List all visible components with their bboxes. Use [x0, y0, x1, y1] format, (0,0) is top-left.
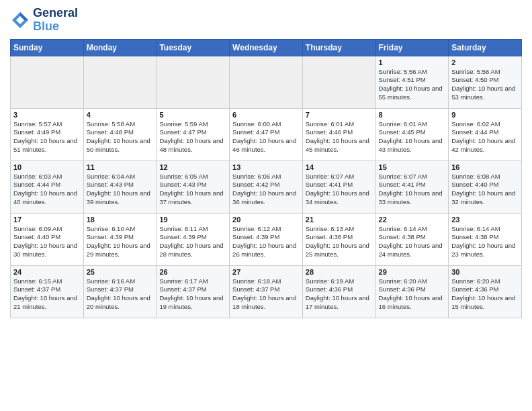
- day-number: 16: [451, 163, 519, 171]
- day-number: 12: [159, 163, 226, 171]
- day-number: 18: [87, 216, 154, 224]
- day-cell: 17Sunrise: 6:09 AM Sunset: 4:40 PM Dayli…: [11, 213, 84, 265]
- day-cell: 5Sunrise: 5:59 AM Sunset: 4:47 PM Daylig…: [157, 108, 230, 161]
- day-cell: 20Sunrise: 6:12 AM Sunset: 4:39 PM Dayli…: [230, 213, 303, 265]
- day-cell: 26Sunrise: 6:17 AM Sunset: 4:37 PM Dayli…: [157, 265, 230, 318]
- day-number: 9: [451, 111, 519, 119]
- day-number: 13: [232, 163, 300, 171]
- day-number: 5: [159, 111, 226, 119]
- week-row-3: 10Sunrise: 6:03 AM Sunset: 4:44 PM Dayli…: [11, 161, 522, 213]
- day-info: Sunrise: 6:20 AM Sunset: 4:36 PM Dayligh…: [379, 277, 446, 312]
- day-cell: 19Sunrise: 6:11 AM Sunset: 4:39 PM Dayli…: [157, 213, 230, 265]
- calendar-table: SundayMondayTuesdayWednesdayThursdayFrid…: [10, 39, 522, 318]
- day-cell: 21Sunrise: 6:13 AM Sunset: 4:38 PM Dayli…: [302, 213, 375, 265]
- day-info: Sunrise: 6:18 AM Sunset: 4:37 PM Dayligh…: [232, 277, 300, 312]
- day-cell: 8Sunrise: 6:01 AM Sunset: 4:45 PM Daylig…: [375, 108, 449, 161]
- day-info: Sunrise: 6:03 AM Sunset: 4:44 PM Dayligh…: [13, 173, 81, 207]
- day-info: Sunrise: 6:15 AM Sunset: 4:37 PM Dayligh…: [13, 277, 81, 312]
- day-info: Sunrise: 6:14 AM Sunset: 4:38 PM Dayligh…: [451, 225, 519, 259]
- day-info: Sunrise: 6:16 AM Sunset: 4:37 PM Dayligh…: [87, 277, 154, 312]
- day-info: Sunrise: 6:12 AM Sunset: 4:39 PM Dayligh…: [232, 225, 300, 259]
- day-number: 26: [159, 268, 226, 276]
- day-number: 10: [13, 163, 81, 171]
- week-row-4: 17Sunrise: 6:09 AM Sunset: 4:40 PM Dayli…: [11, 213, 522, 265]
- day-number: 21: [306, 216, 373, 224]
- day-info: Sunrise: 5:56 AM Sunset: 4:50 PM Dayligh…: [451, 68, 519, 102]
- day-info: Sunrise: 6:06 AM Sunset: 4:42 PM Dayligh…: [232, 173, 300, 207]
- header-cell-saturday: Saturday: [449, 39, 522, 56]
- day-info: Sunrise: 6:17 AM Sunset: 4:37 PM Dayligh…: [159, 277, 226, 312]
- day-cell: 28Sunrise: 6:19 AM Sunset: 4:36 PM Dayli…: [302, 265, 375, 318]
- day-info: Sunrise: 6:19 AM Sunset: 4:36 PM Dayligh…: [306, 277, 373, 312]
- day-info: Sunrise: 6:09 AM Sunset: 4:40 PM Dayligh…: [13, 225, 81, 259]
- header-cell-friday: Friday: [375, 39, 449, 56]
- day-cell: 9Sunrise: 6:02 AM Sunset: 4:44 PM Daylig…: [449, 108, 522, 161]
- day-info: Sunrise: 6:10 AM Sunset: 4:39 PM Dayligh…: [87, 225, 154, 259]
- page: General Blue SundayMondayTuesdayWednesda…: [0, 0, 532, 411]
- day-cell: 27Sunrise: 6:18 AM Sunset: 4:37 PM Dayli…: [230, 265, 303, 318]
- logo-icon: [10, 10, 30, 30]
- day-number: 3: [13, 111, 81, 119]
- header-row: SundayMondayTuesdayWednesdayThursdayFrid…: [11, 39, 522, 56]
- day-cell: 29Sunrise: 6:20 AM Sunset: 4:36 PM Dayli…: [375, 265, 449, 318]
- day-number: 4: [87, 111, 154, 119]
- day-info: Sunrise: 6:01 AM Sunset: 4:45 PM Dayligh…: [379, 120, 446, 154]
- day-cell: 6Sunrise: 6:00 AM Sunset: 4:47 PM Daylig…: [230, 108, 303, 161]
- day-info: Sunrise: 6:07 AM Sunset: 4:41 PM Dayligh…: [306, 173, 373, 207]
- day-cell: 3Sunrise: 5:57 AM Sunset: 4:49 PM Daylig…: [11, 108, 84, 161]
- day-cell: 30Sunrise: 6:20 AM Sunset: 4:36 PM Dayli…: [449, 265, 522, 318]
- day-number: 11: [87, 163, 154, 171]
- header-cell-thursday: Thursday: [302, 39, 375, 56]
- day-cell: 18Sunrise: 6:10 AM Sunset: 4:39 PM Dayli…: [83, 213, 157, 265]
- day-number: 6: [232, 111, 300, 119]
- day-cell: 22Sunrise: 6:14 AM Sunset: 4:38 PM Dayli…: [375, 213, 449, 265]
- day-number: 24: [13, 268, 81, 276]
- day-number: 2: [451, 58, 519, 66]
- day-info: Sunrise: 6:08 AM Sunset: 4:40 PM Dayligh…: [451, 173, 519, 207]
- day-cell: 13Sunrise: 6:06 AM Sunset: 4:42 PM Dayli…: [230, 161, 303, 213]
- day-cell: 25Sunrise: 6:16 AM Sunset: 4:37 PM Dayli…: [83, 265, 157, 318]
- day-cell: [302, 56, 375, 108]
- day-number: 25: [87, 268, 154, 276]
- day-number: 8: [379, 111, 446, 119]
- day-cell: 11Sunrise: 6:04 AM Sunset: 4:43 PM Dayli…: [83, 161, 157, 213]
- day-cell: 15Sunrise: 6:07 AM Sunset: 4:41 PM Dayli…: [375, 161, 449, 213]
- day-info: Sunrise: 6:07 AM Sunset: 4:41 PM Dayligh…: [379, 173, 446, 207]
- day-cell: 1Sunrise: 5:56 AM Sunset: 4:51 PM Daylig…: [375, 56, 449, 108]
- day-cell: 2Sunrise: 5:56 AM Sunset: 4:50 PM Daylig…: [449, 56, 522, 108]
- day-number: 14: [306, 163, 373, 171]
- day-cell: 7Sunrise: 6:01 AM Sunset: 4:46 PM Daylig…: [302, 108, 375, 161]
- day-info: Sunrise: 6:20 AM Sunset: 4:36 PM Dayligh…: [451, 277, 519, 312]
- header-cell-tuesday: Tuesday: [157, 39, 230, 56]
- day-number: 27: [232, 268, 300, 276]
- day-info: Sunrise: 6:01 AM Sunset: 4:46 PM Dayligh…: [306, 120, 373, 154]
- logo: General Blue: [10, 7, 78, 34]
- day-info: Sunrise: 6:04 AM Sunset: 4:43 PM Dayligh…: [87, 173, 154, 207]
- day-cell: 16Sunrise: 6:08 AM Sunset: 4:40 PM Dayli…: [449, 161, 522, 213]
- day-number: 19: [159, 216, 226, 224]
- day-info: Sunrise: 5:58 AM Sunset: 4:48 PM Dayligh…: [87, 120, 154, 154]
- day-info: Sunrise: 5:57 AM Sunset: 4:49 PM Dayligh…: [13, 120, 81, 154]
- week-row-2: 3Sunrise: 5:57 AM Sunset: 4:49 PM Daylig…: [11, 108, 522, 161]
- day-cell: 14Sunrise: 6:07 AM Sunset: 4:41 PM Dayli…: [302, 161, 375, 213]
- day-number: 1: [379, 58, 446, 66]
- day-number: 17: [13, 216, 81, 224]
- day-info: Sunrise: 6:02 AM Sunset: 4:44 PM Dayligh…: [451, 120, 519, 154]
- header-cell-monday: Monday: [83, 39, 157, 56]
- day-number: 30: [451, 268, 519, 276]
- week-row-5: 24Sunrise: 6:15 AM Sunset: 4:37 PM Dayli…: [11, 265, 522, 318]
- header-cell-wednesday: Wednesday: [230, 39, 303, 56]
- day-info: Sunrise: 6:13 AM Sunset: 4:38 PM Dayligh…: [306, 225, 373, 259]
- day-cell: 10Sunrise: 6:03 AM Sunset: 4:44 PM Dayli…: [11, 161, 84, 213]
- day-cell: 23Sunrise: 6:14 AM Sunset: 4:38 PM Dayli…: [449, 213, 522, 265]
- day-cell: [157, 56, 230, 108]
- day-info: Sunrise: 6:14 AM Sunset: 4:38 PM Dayligh…: [379, 225, 446, 259]
- day-cell: [230, 56, 303, 108]
- day-number: 15: [379, 163, 446, 171]
- day-number: 7: [306, 111, 373, 119]
- day-cell: 24Sunrise: 6:15 AM Sunset: 4:37 PM Dayli…: [11, 265, 84, 318]
- header: General Blue: [10, 7, 522, 34]
- day-cell: [11, 56, 84, 108]
- day-cell: [83, 56, 157, 108]
- day-info: Sunrise: 5:59 AM Sunset: 4:47 PM Dayligh…: [159, 120, 226, 154]
